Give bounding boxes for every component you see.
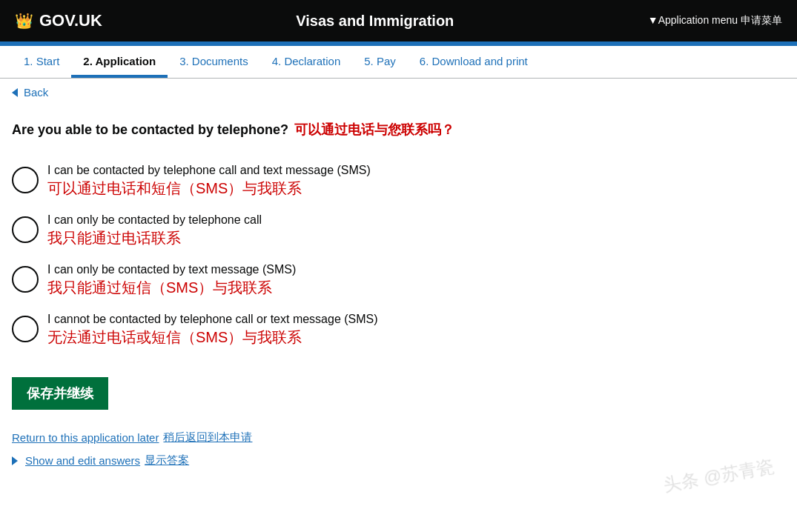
radio-label-1-en: I can be contacted by telephone call and…: [47, 164, 371, 177]
radio-option-4[interactable]: I cannot be contacted by telephone call …: [12, 305, 581, 355]
radio-option-3[interactable]: I can only be contacted by text message …: [12, 256, 581, 305]
radio-label-4-en: I cannot be contacted by telephone call …: [47, 313, 378, 326]
radio-label-2: I can only be contacted by telephone cal…: [47, 213, 262, 248]
save-continue-button[interactable]: 保存并继续: [12, 377, 108, 410]
crown-icon: 👑: [15, 12, 33, 30]
question-zh-text: 可以通过电话与您联系吗？: [294, 121, 454, 139]
gov-logo[interactable]: 👑 GOV.UK: [15, 11, 102, 30]
radio-input-1[interactable]: [12, 167, 39, 193]
radio-label-4: I cannot be contacted by telephone call …: [47, 313, 378, 348]
radio-label-1: I can be contacted by telephone call and…: [47, 164, 371, 199]
radio-option-1[interactable]: I can be contacted by telephone call and…: [12, 156, 581, 206]
show-edit-answers-link[interactable]: Show and edit answers 显示答案: [12, 453, 581, 468]
radio-label-4-zh: 无法通过电话或短信（SMS）与我联系: [47, 327, 378, 348]
return-later-link[interactable]: Return to this application later 稍后返回到本申…: [12, 430, 581, 445]
watermark-text: 头条 @苏青瓷: [661, 454, 775, 490]
tab-download[interactable]: 6. Download and print: [408, 46, 540, 78]
radio-label-2-en: I can only be contacted by telephone cal…: [47, 213, 262, 227]
return-later-zh: 稍后返回到本申请: [163, 430, 252, 445]
radio-label-2-zh: 我只能通过电话联系: [47, 228, 262, 248]
footer-links: Return to this application later 稍后返回到本申…: [12, 428, 581, 468]
site-title: Visas and Immigration: [296, 13, 454, 30]
application-menu-button[interactable]: ▼Application menu 申请菜单: [648, 14, 782, 27]
tab-application[interactable]: 2. Application: [71, 46, 168, 78]
radio-label-1-zh: 可以通过电话和短信（SMS）与我联系: [47, 179, 371, 199]
tab-start[interactable]: 1. Start: [12, 46, 71, 78]
radio-input-3[interactable]: [12, 266, 39, 293]
main-content: Are you able to be contacted by telephon…: [0, 106, 593, 490]
radio-label-3: I can only be contacted by text message …: [47, 263, 296, 298]
logo-text: GOV.UK: [39, 11, 102, 30]
site-header: 👑 GOV.UK Visas and Immigration ▼Applicat…: [0, 0, 797, 41]
show-answers-arrow-icon: [12, 456, 18, 465]
back-arrow-icon: [12, 88, 18, 97]
back-link-label: Back: [24, 86, 48, 99]
tab-documents[interactable]: 3. Documents: [168, 46, 260, 78]
step-navigation: 1. Start 2. Application 3. Documents 4. …: [0, 46, 797, 79]
radio-option-2[interactable]: I can only be contacted by telephone cal…: [12, 206, 581, 256]
return-later-en: Return to this application later: [12, 431, 159, 444]
radio-label-3-zh: 我只能通过短信（SMS）与我联系: [47, 278, 296, 298]
back-link[interactable]: Back: [0, 79, 797, 106]
radio-input-2[interactable]: [12, 216, 39, 243]
radio-input-4[interactable]: [12, 316, 39, 342]
tab-declaration[interactable]: 4. Declaration: [260, 46, 353, 78]
radio-label-3-en: I can only be contacted by text message …: [47, 263, 296, 276]
show-answers-en: Show and edit answers: [25, 454, 140, 467]
question-heading: Are you able to be contacted by telephon…: [12, 121, 581, 139]
question-en-text: Are you able to be contacted by telephon…: [12, 122, 288, 138]
tab-pay[interactable]: 5. Pay: [352, 46, 408, 78]
radio-options-group: I can be contacted by telephone call and…: [12, 156, 581, 355]
show-answers-zh: 显示答案: [145, 453, 189, 468]
